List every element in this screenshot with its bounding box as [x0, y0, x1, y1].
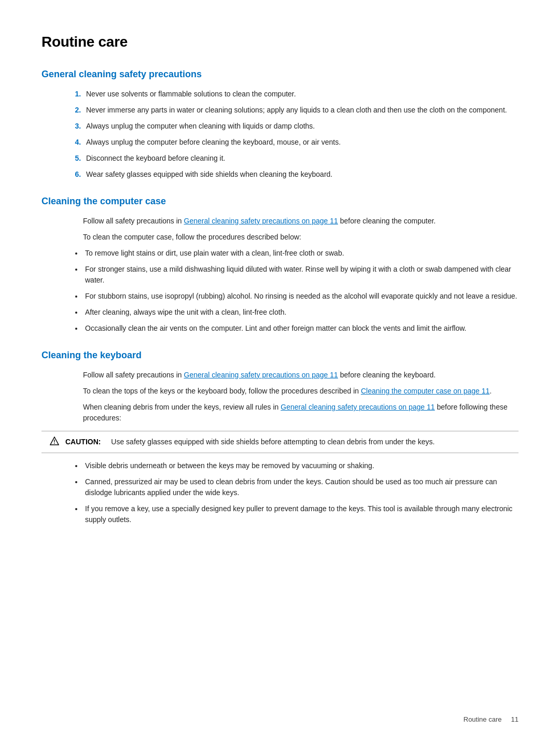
caution-label: CAUTION: [65, 437, 101, 447]
intro3-before: When cleaning debris from under the keys… [83, 403, 281, 411]
footer-label: Routine care [464, 715, 502, 723]
caution-text: Use safety glasses equipped with side sh… [111, 437, 435, 447]
list-item: Never use solvents or flammable solution… [83, 89, 519, 100]
page-title: Routine care [41, 31, 519, 53]
cleaning-case-link[interactable]: Cleaning the computer case on page 11 [361, 387, 489, 395]
list-item: For stubborn stains, use isopropyl (rubb… [83, 291, 519, 302]
list-item: Never immerse any parts in water or clea… [83, 105, 519, 116]
list-item: To remove light stains or dirt, use plai… [83, 248, 519, 259]
list-item: If you remove a key, use a specially des… [83, 503, 519, 525]
cleaning-keyboard-body: Follow all safety precautions in General… [83, 370, 519, 424]
cleaning-case-body: Follow all safety precautions in General… [83, 216, 519, 243]
svg-text:!: ! [53, 439, 55, 445]
list-item: Always unplug the computer when cleaning… [83, 121, 519, 132]
caution-box: ! CAUTION: Use safety glasses equipped w… [41, 431, 519, 453]
general-safety-list: Never use solvents or flammable solution… [83, 89, 519, 180]
general-safety-link-3[interactable]: General cleaning safety precautions on p… [281, 403, 435, 411]
footer: Routine care 11 [464, 714, 519, 725]
list-item: Occasionally clean the air vents on the … [83, 323, 519, 334]
list-item: For stronger stains, use a mild dishwash… [83, 264, 519, 286]
intro2-after: . [489, 387, 492, 395]
cleaning-keyboard-intro3: When cleaning debris from under the keys… [83, 402, 519, 424]
cleaning-keyboard-list: Visible debris underneath or between the… [83, 460, 519, 525]
heading-cleaning-keyboard: Cleaning the keyboard [41, 348, 519, 362]
cleaning-case-intro1: Follow all safety precautions in General… [83, 216, 519, 227]
list-item: Always unplug the computer before cleani… [83, 137, 519, 148]
intro1-before: Follow all safety precautions in [83, 371, 184, 379]
intro1-after: before cleaning the keyboard. [338, 371, 436, 379]
list-item: Canned, pressurized air may be used to c… [83, 476, 519, 498]
footer-page: 11 [511, 715, 519, 723]
list-item: Visible debris underneath or between the… [83, 460, 519, 471]
heading-general-safety: General cleaning safety precautions [41, 67, 519, 81]
cleaning-case-intro2: To clean the computer case, follow the p… [83, 232, 519, 243]
intro1-before: Follow all safety precautions in [83, 217, 184, 225]
heading-cleaning-case: Cleaning the computer case [41, 194, 519, 208]
general-safety-link-2[interactable]: General cleaning safety precautions on p… [184, 371, 338, 379]
intro2-before: To clean the tops of the keys or the key… [83, 387, 361, 395]
cleaning-keyboard-intro1: Follow all safety precautions in General… [83, 370, 519, 381]
list-item: Disconnect the keyboard before cleaning … [83, 153, 519, 164]
intro1-after: before cleaning the computer. [338, 217, 436, 225]
list-item: After cleaning, always wipe the unit wit… [83, 307, 519, 318]
list-item: Wear safety glasses equipped with side s… [83, 169, 519, 180]
cleaning-keyboard-intro2: To clean the tops of the keys or the key… [83, 386, 519, 397]
cleaning-case-list: To remove light stains or dirt, use plai… [83, 248, 519, 334]
caution-icon: ! [50, 437, 59, 446]
general-safety-link-1[interactable]: General cleaning safety precautions on p… [184, 217, 338, 225]
